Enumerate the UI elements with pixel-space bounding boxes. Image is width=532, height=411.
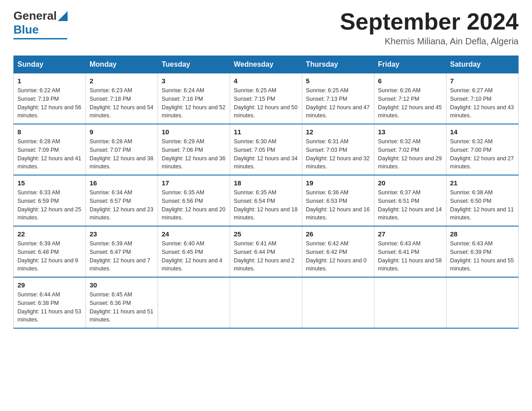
calendar-cell: 7Sunrise: 6:27 AMSunset: 7:10 PMDaylight… xyxy=(446,73,519,124)
day-number: 16 xyxy=(90,179,154,187)
day-number: 9 xyxy=(90,128,154,136)
day-info: Sunrise: 6:33 AMSunset: 6:59 PMDaylight:… xyxy=(17,188,82,222)
location-text: Khemis Miliana, Ain Defla, Algeria xyxy=(340,36,519,47)
day-number: 4 xyxy=(234,77,298,85)
day-info: Sunrise: 6:34 AMSunset: 6:57 PMDaylight:… xyxy=(90,188,154,222)
calendar-cell: 2Sunrise: 6:23 AMSunset: 7:18 PMDaylight… xyxy=(86,73,158,124)
calendar-week-row: 15Sunrise: 6:33 AMSunset: 6:59 PMDayligh… xyxy=(14,175,519,226)
calendar-cell: 27Sunrise: 6:43 AMSunset: 6:41 PMDayligh… xyxy=(374,226,446,277)
calendar-table: SundayMondayTuesdayWednesdayThursdayFrid… xyxy=(13,56,519,329)
column-header-thursday: Thursday xyxy=(302,56,374,73)
column-header-friday: Friday xyxy=(374,56,446,73)
day-info: Sunrise: 6:32 AMSunset: 7:02 PMDaylight:… xyxy=(378,137,442,171)
day-number: 24 xyxy=(162,230,226,238)
calendar-cell: 26Sunrise: 6:42 AMSunset: 6:42 PMDayligh… xyxy=(302,226,374,277)
calendar-header-row: SundayMondayTuesdayWednesdayThursdayFrid… xyxy=(14,56,519,73)
calendar-cell: 25Sunrise: 6:41 AMSunset: 6:44 PMDayligh… xyxy=(230,226,302,277)
calendar-cell: 1Sunrise: 6:22 AMSunset: 7:19 PMDaylight… xyxy=(14,73,86,124)
day-info: Sunrise: 6:41 AMSunset: 6:44 PMDaylight:… xyxy=(234,240,298,273)
day-number: 10 xyxy=(162,128,226,136)
calendar-cell: 9Sunrise: 6:28 AMSunset: 7:07 PMDaylight… xyxy=(86,124,158,175)
month-title: September 2024 xyxy=(340,9,519,34)
day-number: 13 xyxy=(378,128,442,136)
calendar-cell: 14Sunrise: 6:32 AMSunset: 7:00 PMDayligh… xyxy=(446,124,519,175)
day-number: 12 xyxy=(306,128,370,136)
day-number: 28 xyxy=(450,230,515,238)
day-number: 22 xyxy=(17,230,82,238)
day-number: 27 xyxy=(378,230,442,238)
calendar-cell: 28Sunrise: 6:43 AMSunset: 6:39 PMDayligh… xyxy=(446,226,519,277)
day-info: Sunrise: 6:39 AMSunset: 6:47 PMDaylight:… xyxy=(90,240,154,273)
day-number: 3 xyxy=(162,77,226,85)
day-info: Sunrise: 6:28 AMSunset: 7:09 PMDaylight:… xyxy=(17,137,82,171)
day-number: 8 xyxy=(17,128,82,136)
day-info: Sunrise: 6:43 AMSunset: 6:41 PMDaylight:… xyxy=(378,240,442,273)
calendar-cell: 30Sunrise: 6:45 AMSunset: 6:36 PMDayligh… xyxy=(86,277,158,328)
day-info: Sunrise: 6:32 AMSunset: 7:00 PMDaylight:… xyxy=(450,137,515,171)
logo: General Blue xyxy=(13,9,68,39)
logo-blue-text: Blue xyxy=(13,23,39,36)
column-header-monday: Monday xyxy=(86,56,158,73)
calendar-cell: 19Sunrise: 6:36 AMSunset: 6:53 PMDayligh… xyxy=(302,175,374,226)
svg-marker-0 xyxy=(58,11,68,21)
day-info: Sunrise: 6:27 AMSunset: 7:10 PMDaylight:… xyxy=(450,86,515,120)
calendar-cell: 12Sunrise: 6:31 AMSunset: 7:03 PMDayligh… xyxy=(302,124,374,175)
day-info: Sunrise: 6:35 AMSunset: 6:56 PMDaylight:… xyxy=(162,188,226,222)
calendar-cell: 3Sunrise: 6:24 AMSunset: 7:16 PMDaylight… xyxy=(158,73,230,124)
day-number: 11 xyxy=(234,128,298,136)
day-number: 26 xyxy=(306,230,370,238)
calendar-cell: 24Sunrise: 6:40 AMSunset: 6:45 PMDayligh… xyxy=(158,226,230,277)
day-info: Sunrise: 6:38 AMSunset: 6:50 PMDaylight:… xyxy=(450,188,515,222)
calendar-cell: 11Sunrise: 6:30 AMSunset: 7:05 PMDayligh… xyxy=(230,124,302,175)
day-info: Sunrise: 6:36 AMSunset: 6:53 PMDaylight:… xyxy=(306,188,370,222)
calendar-cell: 6Sunrise: 6:26 AMSunset: 7:12 PMDaylight… xyxy=(374,73,446,124)
calendar-cell xyxy=(302,277,374,328)
column-header-tuesday: Tuesday xyxy=(158,56,230,73)
day-info: Sunrise: 6:35 AMSunset: 6:54 PMDaylight:… xyxy=(234,188,298,222)
day-info: Sunrise: 6:29 AMSunset: 7:06 PMDaylight:… xyxy=(162,137,226,171)
day-number: 21 xyxy=(450,179,515,187)
day-number: 19 xyxy=(306,179,370,187)
day-number: 6 xyxy=(378,77,442,85)
day-info: Sunrise: 6:42 AMSunset: 6:42 PMDaylight:… xyxy=(306,240,370,273)
calendar-cell: 16Sunrise: 6:34 AMSunset: 6:57 PMDayligh… xyxy=(86,175,158,226)
day-info: Sunrise: 6:28 AMSunset: 7:07 PMDaylight:… xyxy=(90,137,154,171)
day-info: Sunrise: 6:26 AMSunset: 7:12 PMDaylight:… xyxy=(378,86,442,120)
day-number: 17 xyxy=(162,179,226,187)
logo-general-text: General xyxy=(13,9,57,23)
page-header: General Blue September 2024 Khemis Milia… xyxy=(13,9,519,47)
day-number: 29 xyxy=(17,281,82,289)
day-info: Sunrise: 6:22 AMSunset: 7:19 PMDaylight:… xyxy=(17,86,82,120)
day-info: Sunrise: 6:25 AMSunset: 7:13 PMDaylight:… xyxy=(306,86,370,120)
column-header-saturday: Saturday xyxy=(446,56,519,73)
day-info: Sunrise: 6:39 AMSunset: 6:48 PMDaylight:… xyxy=(17,240,82,273)
day-info: Sunrise: 6:24 AMSunset: 7:16 PMDaylight:… xyxy=(162,86,226,120)
calendar-cell: 23Sunrise: 6:39 AMSunset: 6:47 PMDayligh… xyxy=(86,226,158,277)
calendar-cell xyxy=(230,277,302,328)
day-number: 1 xyxy=(17,77,82,85)
calendar-week-row: 8Sunrise: 6:28 AMSunset: 7:09 PMDaylight… xyxy=(14,124,519,175)
calendar-cell: 8Sunrise: 6:28 AMSunset: 7:09 PMDaylight… xyxy=(14,124,86,175)
day-info: Sunrise: 6:43 AMSunset: 6:39 PMDaylight:… xyxy=(450,240,515,273)
column-header-sunday: Sunday xyxy=(14,56,86,73)
day-info: Sunrise: 6:40 AMSunset: 6:45 PMDaylight:… xyxy=(162,240,226,273)
day-info: Sunrise: 6:37 AMSunset: 6:51 PMDaylight:… xyxy=(378,188,442,222)
calendar-cell: 4Sunrise: 6:25 AMSunset: 7:15 PMDaylight… xyxy=(230,73,302,124)
calendar-cell: 10Sunrise: 6:29 AMSunset: 7:06 PMDayligh… xyxy=(158,124,230,175)
day-info: Sunrise: 6:30 AMSunset: 7:05 PMDaylight:… xyxy=(234,137,298,171)
calendar-cell xyxy=(158,277,230,328)
calendar-cell: 21Sunrise: 6:38 AMSunset: 6:50 PMDayligh… xyxy=(446,175,519,226)
title-area: September 2024 Khemis Miliana, Ain Defla… xyxy=(340,9,519,47)
logo-icon xyxy=(58,11,68,21)
day-info: Sunrise: 6:23 AMSunset: 7:18 PMDaylight:… xyxy=(90,86,154,120)
calendar-cell: 22Sunrise: 6:39 AMSunset: 6:48 PMDayligh… xyxy=(14,226,86,277)
day-number: 18 xyxy=(234,179,298,187)
calendar-week-row: 22Sunrise: 6:39 AMSunset: 6:48 PMDayligh… xyxy=(14,226,519,277)
day-info: Sunrise: 6:45 AMSunset: 6:36 PMDaylight:… xyxy=(90,291,154,324)
calendar-cell: 15Sunrise: 6:33 AMSunset: 6:59 PMDayligh… xyxy=(14,175,86,226)
day-number: 23 xyxy=(90,230,154,238)
calendar-cell: 5Sunrise: 6:25 AMSunset: 7:13 PMDaylight… xyxy=(302,73,374,124)
day-number: 14 xyxy=(450,128,515,136)
calendar-week-row: 29Sunrise: 6:44 AMSunset: 6:38 PMDayligh… xyxy=(14,277,519,328)
calendar-cell: 20Sunrise: 6:37 AMSunset: 6:51 PMDayligh… xyxy=(374,175,446,226)
